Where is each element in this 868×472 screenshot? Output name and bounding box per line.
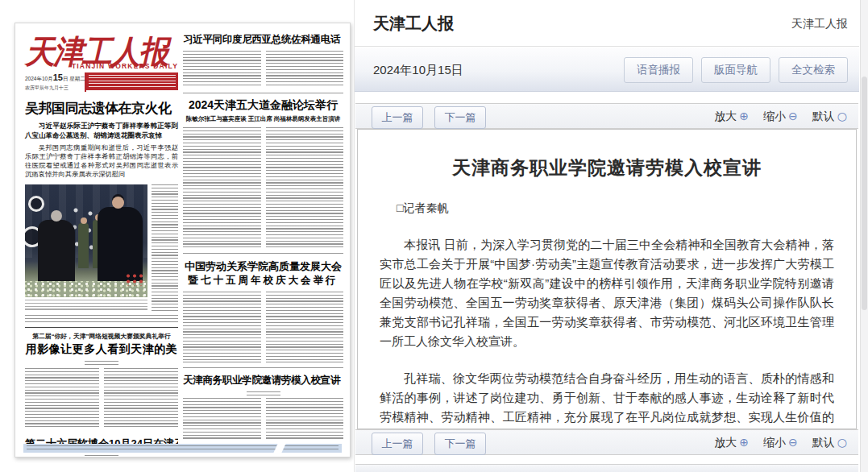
newspaper-masthead: 天津工人报 2024年10月15日 星期二 农历甲辰年九月十三 TIANJIN … (25, 33, 178, 92)
headline-finance-forum[interactable]: 2024天津五大道金融论坛举行 (183, 98, 343, 113)
section-divider (25, 327, 178, 328)
micro-text-block (104, 368, 178, 429)
micro-text-block (27, 445, 338, 451)
finance-forum-subhead: 陈敏尔张工与嘉宾座谈 王江出席 尚福林易纲发表主旨演讲 (183, 115, 343, 123)
honor-guard-figure (78, 223, 89, 268)
article-content: 天津商务职业学院邀请劳模入校宣讲 □记者秦帆 本报讯 日前，为深入学习贯彻党的二… (357, 129, 857, 429)
section-divider (183, 93, 343, 93)
mourner-figure (38, 220, 75, 286)
section-divider (183, 253, 343, 254)
masthead-english-title: TIANJIN WORKERS DAILY (72, 62, 178, 70)
article-paragraph: 本报讯 日前，为深入学习贯彻党的二十届三中全会精神和全国教育大会精神，落实市总工… (380, 235, 834, 351)
page-title: 天津工人报 (373, 13, 454, 35)
micro-text-block (183, 127, 261, 248)
zoom-out-icon: ⊖ (788, 110, 798, 122)
voice-broadcast-button[interactable]: 语音播报 (624, 57, 693, 83)
micro-text-block (266, 127, 344, 248)
zoom-out-icon: ⊖ (788, 436, 798, 449)
zoom-in-button[interactable]: 放大⊕ (714, 110, 749, 124)
micro-byline (85, 361, 118, 365)
reset-zoom-icon: ○ (837, 110, 847, 122)
scrollbar[interactable] (860, 0, 868, 472)
micro-text-block (25, 368, 99, 429)
micro-text-block (183, 292, 261, 362)
newspaper-page-thumbnail[interactable]: 天津工人报 2024年10月15日 星期二 农历甲辰年九月十三 TIANJIN … (15, 23, 351, 458)
headline-culr-line2[interactable]: 暨七十五周年校庆大会举行 (183, 274, 343, 288)
next-article-button[interactable]: 下一篇 (434, 433, 486, 455)
next-article-button[interactable]: 下一篇 (434, 106, 486, 129)
masthead-red-band (86, 72, 178, 90)
headline-wubangguo[interactable]: 吴邦国同志遗体在京火化 (25, 99, 178, 118)
micro-text-block (152, 184, 178, 312)
micro-text-block (183, 51, 261, 88)
epaper-reader: 天津工人报 2024年10月15日 星期二 农历甲辰年九月十三 TIANJIN … (0, 0, 868, 472)
zoom-out-button[interactable]: 缩小⊖ (763, 436, 798, 450)
red-flowers (125, 273, 146, 286)
prev-article-button[interactable]: 上一篇 (372, 433, 423, 455)
micro-text-block (266, 398, 344, 440)
newspaper-left-column: 天津工人报 2024年10月15日 星期二 农历甲辰年九月十三 TIANJIN … (25, 33, 178, 458)
layout-navigation-button[interactable]: 版面导航 (701, 57, 770, 83)
micro-text-block (89, 75, 176, 88)
article-toolbar-bottom: 上一篇 下一篇 放大⊕ 缩小⊖ 默认○ (355, 429, 858, 455)
headline-business-college[interactable]: 天津商务职业学院邀请劳模入校宣讲 (183, 374, 343, 387)
article-title: 天津商务职业学院邀请劳模入校宣讲 (380, 155, 834, 180)
reset-zoom-button[interactable]: 默认○ (812, 110, 847, 124)
headline-video-contest-kicker[interactable]: 第二届“你好，天津”网络短视频大赛颁奖典礼举行 (25, 332, 178, 341)
article-byline: □记者秦帆 (397, 201, 834, 216)
fulltext-search-button[interactable]: 全文检索 (779, 57, 848, 83)
micro-text-block (25, 315, 178, 323)
wubangguo-subhead: 习近平赵乐际王沪宁蔡奇丁薛祥李希韩正等到八宝山革命公墓送别、胡锦涛送花圈表示哀悼 (25, 122, 178, 141)
zoom-in-button[interactable]: 放大⊕ (714, 436, 749, 450)
prev-article-button[interactable]: 上一篇 (372, 106, 423, 129)
zoom-in-icon: ⊕ (739, 436, 749, 449)
issue-date: 2024年10月15日 (373, 63, 463, 78)
scrollbar-thumb[interactable] (862, 77, 867, 310)
date-bar: 2024年10月15日 语音播报 版面导航 全文检索 (355, 48, 859, 92)
reset-zoom-icon: ○ (837, 436, 847, 449)
newspaper-right-column: 习近平同印度尼西亚总统佐科通电话 2024天津五大道金融论坛举行 陈敏尔张工与嘉… (183, 33, 343, 440)
article-paragraph: 孔祥瑞、徐文华两位劳动模范结合自身奋斗经历，用生动的语言、质朴的情感和鲜活的事例… (380, 369, 834, 429)
micro-text-block (266, 292, 344, 362)
micro-byline (85, 455, 118, 458)
reset-zoom-button[interactable]: 默认○ (812, 436, 847, 450)
article-toolbar-top: 上一篇 下一篇 放大⊕ 缩小⊖ 默认○ (355, 103, 858, 129)
headline-culr-line1[interactable]: 中国劳动关系学院高质量发展大会 (183, 259, 343, 274)
section-divider (183, 367, 343, 368)
headline-xi-call[interactable]: 习近平同印度尼西亚总统佐科通电话 (183, 33, 343, 47)
reader-header: 天津工人报 天津工人报 (355, 0, 859, 47)
funeral-photo[interactable] (25, 184, 147, 297)
masthead-lunar-line: 农历甲辰年九月十三 (25, 85, 81, 92)
masthead-dates: 2024年10月15日 星期二 农历甲辰年九月十三 (25, 72, 86, 92)
micro-text-block (183, 398, 261, 440)
wubangguo-body: 吴邦国同志病重期间和逝世后，习近平李强赵乐际王沪宁蔡奇丁薛祥李希韩正胡锦涛等同志… (25, 143, 178, 180)
photo-caption (25, 300, 147, 310)
reader-panel: 天津工人报 天津工人报 2024年10月15日 语音播报 版面导航 全文检索 上… (355, 0, 868, 472)
micro-text-block (266, 51, 344, 88)
next-section-band (355, 464, 858, 472)
zoom-out-button[interactable]: 缩小⊖ (763, 110, 798, 124)
headline-video-contest[interactable]: 用影像让更多人看到天津的美 (25, 342, 178, 357)
masthead-date-line: 2024年10月15日 星期二 (25, 72, 81, 83)
brand-label-right: 天津工人报 (791, 17, 848, 31)
zoom-in-icon: ⊕ (739, 110, 749, 122)
micro-byline (247, 391, 280, 395)
wreath-icon (28, 196, 44, 212)
newspaper-footer-bar (23, 444, 342, 453)
